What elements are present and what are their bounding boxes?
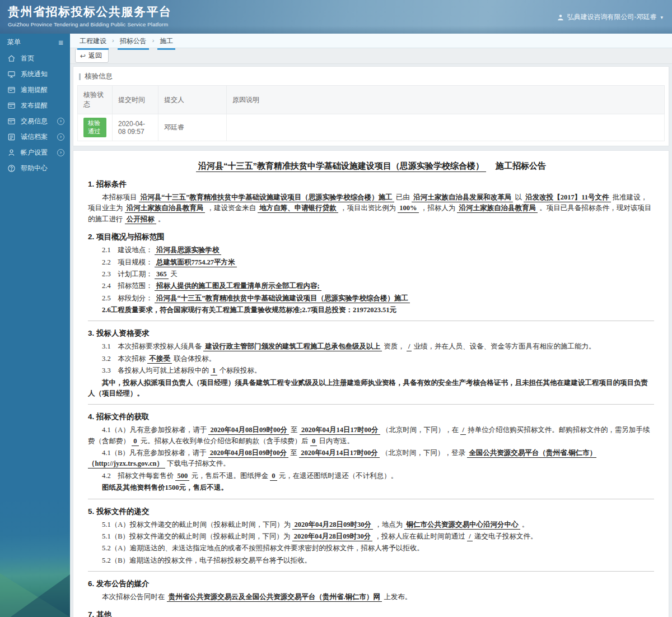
sidebar-item-label: 帮助中心 bbox=[21, 164, 48, 173]
sidebar-item-4[interactable]: 交易信息› bbox=[0, 113, 70, 129]
breadcrumb: 工程建设›招标公告›施工 bbox=[78, 34, 175, 50]
help-icon bbox=[7, 164, 16, 173]
doc-paragraph: 2.3 计划工期： 365 天 bbox=[88, 269, 654, 280]
table-header-cell: 提交时间 bbox=[113, 86, 158, 114]
menu-label: 菜单 bbox=[7, 38, 21, 47]
monitor-icon bbox=[7, 70, 16, 78]
panel-title-bar bbox=[79, 73, 81, 80]
section-heading-3: 3. 投标人资格要求 bbox=[88, 328, 654, 338]
section-divider bbox=[88, 321, 654, 321]
section-divider bbox=[88, 404, 654, 405]
sidebar-header: 菜单 ≡ bbox=[0, 34, 70, 50]
sidebar-item-label: 系统通知 bbox=[21, 69, 48, 79]
breadcrumb-item-1[interactable]: 招标公告 bbox=[118, 34, 148, 50]
platform-subtitle: GuiZhou Province Tendering and Bidding P… bbox=[8, 21, 172, 27]
user-menu[interactable]: 弘典建设咨询有限公司-邓廷睿 ▾ bbox=[557, 12, 663, 22]
verification-panel-title: 核验信息 bbox=[73, 67, 669, 85]
breadcrumb-separator-icon: › bbox=[108, 34, 118, 44]
sidebar-item-6[interactable]: 帐户设置› bbox=[0, 145, 70, 160]
user-icon bbox=[7, 149, 16, 157]
sidebar-item-7[interactable]: 帮助中心 bbox=[0, 160, 70, 176]
doc-paragraph: 4.1（A）凡有意参加投标者，请于 2020年04月08日09时00分 至 20… bbox=[88, 425, 654, 447]
breadcrumb-bar: 工程建设›招标公告›施工 bbox=[70, 34, 672, 48]
chevron-right-icon: › bbox=[57, 149, 64, 156]
hamburger-icon[interactable]: ≡ bbox=[58, 38, 63, 47]
doc-paragraph: 2.5 标段划分： 沿河县“十三五”教育精准扶贫中学基础设施建设项目（思源实验学… bbox=[88, 293, 654, 304]
verification-table: 核验状态提交时间提交人原因说明 核验通过2020-04-08 09:57邓廷睿 bbox=[77, 85, 665, 141]
doc-paragraph: 5.2（B）逾期送达的投标文件，电子招标投标交易平台将予以拒收。 bbox=[88, 555, 654, 566]
sidebar-item-label: 诚信档案 bbox=[21, 132, 48, 142]
main-content: 工程建设›招标公告›施工 ↩ 返回 核验信息 核验状态提交时间提交人原因说明 核… bbox=[70, 34, 672, 617]
sidebar-item-5[interactable]: 诚信档案› bbox=[0, 129, 70, 145]
back-button[interactable]: ↩ 返回 bbox=[75, 49, 109, 63]
section-heading-6: 6. 发布公告的媒介 bbox=[88, 579, 654, 589]
doc-paragraph: 2.4 招标范围： 招标人提供的施工图及工程量清单所示全部工程内容; bbox=[88, 281, 654, 291]
sidebar-item-label: 帐户设置 bbox=[21, 148, 48, 157]
doc-paragraph: 3.1 本次招标要求投标人须具备 建设行政主管部门颁发的建筑工程施工总承包叁级及… bbox=[88, 341, 654, 352]
reason-cell bbox=[227, 114, 665, 141]
doc-paragraph: 本招标项目 沿河县“十三五”教育精准扶贫中学基础设施建设项目（思源实验学校综合楼… bbox=[88, 192, 654, 225]
document-icon bbox=[7, 101, 16, 110]
doc-paragraph: 5.1（A）投标文件递交的截止时间（投标截止时间，下同）为 2020年04月28… bbox=[88, 519, 654, 530]
toolbar: ↩ 返回 bbox=[70, 48, 672, 64]
doc-paragraph: 3.2 本次招标 不接受 联合体投标。 bbox=[88, 354, 654, 364]
section-heading-5: 5. 投标文件的递交 bbox=[88, 507, 654, 517]
brand: 贵州省招标投标公共服务平台 GuiZhou Province Tendering… bbox=[8, 4, 172, 27]
section-divider bbox=[88, 571, 654, 572]
breadcrumb-separator-icon: › bbox=[148, 34, 158, 44]
sidebar-item-0[interactable]: 首页 bbox=[0, 50, 70, 66]
section-divider bbox=[88, 499, 654, 499]
back-button-label: 返回 bbox=[88, 51, 102, 61]
caret-down-icon: ▾ bbox=[660, 15, 663, 20]
section-heading-7: 7. 其他 bbox=[88, 610, 654, 617]
table-header-cell: 核验状态 bbox=[78, 86, 113, 114]
home-icon bbox=[7, 54, 16, 63]
platform-title: 贵州省招标投标公共服务平台 bbox=[8, 4, 172, 20]
sidebar-item-label: 发布提醒 bbox=[21, 101, 48, 110]
doc-paragraph: 2.1 建设地点： 沿河县思源实验学校 bbox=[88, 245, 654, 256]
sidebar: 菜单 ≡ 首页系统通知逾期提醒发布提醒交易信息›诚信档案›帐户设置›帮助中心 bbox=[0, 34, 70, 617]
submitter-cell: 邓廷睿 bbox=[158, 114, 227, 141]
table-header-cell: 提交人 bbox=[158, 86, 227, 114]
sidebar-landscape-art bbox=[0, 499, 70, 617]
verification-panel: 核验信息 核验状态提交时间提交人原因说明 核验通过2020-04-08 09:5… bbox=[73, 66, 669, 146]
sidebar-item-label: 逾期提醒 bbox=[21, 85, 48, 95]
list-icon bbox=[7, 133, 16, 141]
back-icon: ↩ bbox=[80, 52, 86, 60]
doc-paragraph: 3.3 各投标人均可就上述标段中的 1 个标段投标。 bbox=[88, 365, 654, 376]
sidebar-nav: 首页系统通知逾期提醒发布提醒交易信息›诚信档案›帐户设置›帮助中心 bbox=[0, 50, 70, 176]
notice-document: 沿河县“十三五”教育精准扶贫中学基础设施建设项目（思源实验学校综合楼） 施工招标… bbox=[73, 150, 669, 617]
doc-paragraph: 4.2 招标文件每套售价 500 元，售后不退。图纸押金 0 元，在退还图纸时退… bbox=[88, 471, 654, 481]
sidebar-item-1[interactable]: 系统通知 bbox=[0, 66, 70, 82]
sidebar-item-label: 交易信息 bbox=[21, 117, 48, 126]
breadcrumb-item-2[interactable]: 施工 bbox=[158, 34, 175, 50]
user-name: 弘典建设咨询有限公司-邓廷睿 bbox=[567, 12, 656, 22]
sidebar-item-3[interactable]: 发布提醒 bbox=[0, 98, 70, 113]
doc-paragraph: 图纸及其他资料售价1500元，售后不退。 bbox=[88, 483, 654, 493]
doc-paragraph: 5.2（A）逾期送达的、未送达指定地点的或者不按照招标文件要求密封的投标文件，招… bbox=[88, 543, 654, 554]
doc-paragraph: 其中，投标人拟派项目负责人（项目经理）须具备建筑工程专业贰级及以上注册建造师执业… bbox=[88, 378, 654, 400]
breadcrumb-item-0[interactable]: 工程建设 bbox=[78, 34, 108, 50]
doc-paragraph: 4.1（B）凡有意参加投标者，请于 2020年04月08日09时00分 至 20… bbox=[88, 448, 654, 470]
table-header-cell: 原因说明 bbox=[227, 86, 665, 114]
section-heading-4: 4. 招标文件的获取 bbox=[88, 412, 654, 422]
notice-body: 1. 招标条件本招标项目 沿河县“十三五”教育精准扶贫中学基础设施建设项目（思源… bbox=[88, 179, 654, 617]
section-heading-2: 2. 项目概况与招标范围 bbox=[88, 232, 654, 242]
section-heading-1: 1. 招标条件 bbox=[88, 179, 654, 189]
top-header: 贵州省招标投标公共服务平台 GuiZhou Province Tendering… bbox=[0, 0, 672, 34]
doc-paragraph: 5.1（B）投标文件递交的截止时间（投标截止时间，下同）为 2020年04月28… bbox=[88, 531, 654, 542]
doc-paragraph: 2.6工程质量要求，符合国家现行有关工程施工质量验收规范标准;2.7项目总投资：… bbox=[88, 305, 654, 316]
chevron-right-icon: › bbox=[57, 118, 64, 125]
sidebar-item-label: 首页 bbox=[21, 54, 34, 63]
notice-title-project: 沿河县“十三五”教育精准扶贫中学基础设施建设项目（思源实验学校综合楼） bbox=[196, 161, 486, 172]
sidebar-item-2[interactable]: 逾期提醒 bbox=[0, 82, 70, 98]
doc-paragraph: 2.2 项目规模： 总建筑面积7754.27平方米 bbox=[88, 257, 654, 268]
notice-title: 沿河县“十三五”教育精准扶贫中学基础设施建设项目（思源实验学校综合楼） 施工招标… bbox=[88, 161, 654, 171]
submit-time-cell: 2020-04-08 09:57 bbox=[113, 114, 158, 141]
user-icon bbox=[557, 14, 564, 21]
doc-paragraph: 本次招标公告同时在 贵州省公共资源交易云及全国公共资源交易平台（贵州省.铜仁市）… bbox=[88, 592, 654, 602]
notice-title-type: 施工招标公告 bbox=[496, 161, 546, 170]
document-icon bbox=[7, 86, 16, 94]
document-icon bbox=[7, 117, 16, 126]
status-badge: 核验通过 bbox=[83, 118, 106, 137]
